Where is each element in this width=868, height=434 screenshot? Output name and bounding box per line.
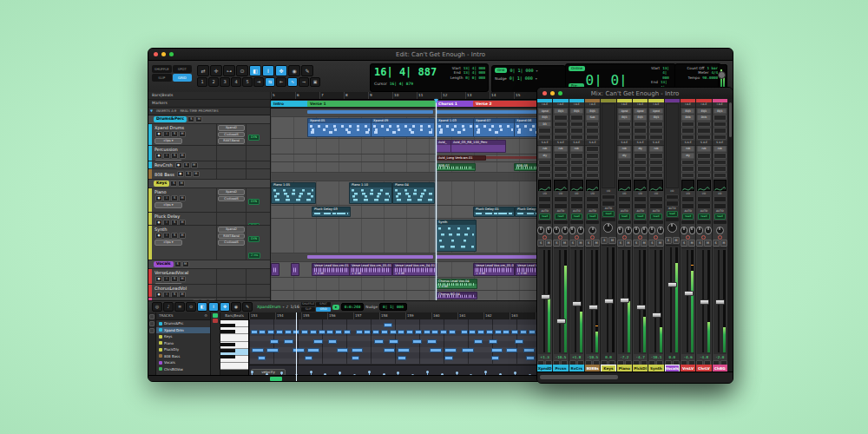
send-slot-empty[interactable]: [570, 166, 583, 172]
playhead-cursor[interactable]: [436, 99, 437, 300]
input-path-selector[interactable]: [586, 196, 599, 202]
midi-note[interactable]: [406, 330, 413, 334]
midi-edge-button[interactable]: [149, 321, 155, 326]
midi-note[interactable]: [335, 330, 342, 334]
track-header-revcrsh[interactable]: RevCrsh●SM: [148, 161, 270, 169]
clip[interactable]: [486, 156, 542, 159]
track-header-verseleadvocal[interactable]: VerseLeadVocal●ISMwave ▾: [148, 269, 270, 285]
insert-slot-d3[interactable]: D3: [538, 122, 551, 128]
piano-key-black[interactable]: [220, 330, 235, 333]
midi-note[interactable]: [486, 330, 493, 334]
midi-note[interactable]: [495, 330, 502, 334]
record-enable-button[interactable]: ●: [155, 220, 162, 225]
eq-curve-display[interactable]: [538, 180, 551, 191]
automation-mode[interactable]: read: [698, 214, 709, 220]
track-header-piano[interactable]: Piano●ISMclips ▾Xpand2CivilizedSDYNDLYsw…: [148, 188, 270, 213]
trim-tool[interactable]: ◧: [197, 302, 207, 312]
insert-slot-xpnd[interactable]: Xpnd: [649, 108, 662, 115]
midi-mode-shuffle[interactable]: SHUFFLE: [301, 302, 316, 306]
midi-track-selector[interactable]: XpandDrum: [257, 305, 281, 309]
insert-slot-empty[interactable]: [554, 115, 567, 121]
solo-button[interactable]: S: [537, 240, 544, 247]
pan-knob[interactable]: [716, 227, 724, 234]
send-slot-empty[interactable]: [713, 160, 727, 166]
insert-slot-empty[interactable]: [554, 135, 567, 141]
fader-area[interactable]: [634, 247, 647, 354]
insert-slot-eq3[interactable]: EQ3: [697, 108, 710, 115]
send-slot-rvb[interactable]: rvb: [554, 146, 567, 152]
note-value[interactable]: 1/16: [290, 305, 299, 309]
pan-tool[interactable]: ✛: [210, 65, 222, 76]
midi-note[interactable]: [266, 348, 278, 352]
pan-knob[interactable]: [689, 227, 696, 234]
midi-note[interactable]: [364, 330, 371, 334]
clip-piano-1-05[interactable]: Piano 1-05: [271, 182, 316, 204]
insert-slot-empty[interactable]: [681, 135, 694, 141]
insert-slot-empty[interactable]: [538, 128, 551, 134]
midi-note[interactable]: [477, 330, 484, 334]
pan-knob[interactable]: [617, 227, 624, 234]
record-enable-button[interactable]: ●: [155, 276, 162, 282]
send-slot-dly[interactable]: dly: [634, 146, 647, 152]
solo-button[interactable]: S: [171, 153, 178, 159]
fader-area[interactable]: [697, 247, 710, 354]
fader-cap[interactable]: [715, 299, 725, 305]
automation-mode[interactable]: read: [555, 214, 566, 220]
insert-slot-dvb[interactable]: DVb: [697, 115, 710, 121]
grid-dropdown-icon[interactable]: ▾: [536, 69, 538, 73]
midi-note[interactable]: [313, 339, 323, 344]
send-slot-empty[interactable]: [538, 166, 551, 172]
automation-mode[interactable]: read: [682, 214, 694, 220]
send-slot-empty[interactable]: [681, 173, 694, 179]
prepost-pill-online[interactable]: Online: [569, 66, 585, 71]
insert-plugin[interactable]: CivilizedS: [218, 132, 245, 138]
mixer-vertical-scrollbar[interactable]: [728, 99, 733, 372]
trim-tool[interactable]: ◧: [249, 65, 261, 76]
fader-area[interactable]: [666, 245, 679, 354]
send-slot-empty[interactable]: [634, 166, 647, 172]
input-path-selector[interactable]: [681, 196, 694, 202]
automation-mode[interactable]: read: [714, 214, 726, 220]
midi-note[interactable]: [258, 356, 266, 360]
send-slot-empty[interactable]: [649, 153, 662, 159]
midi-note[interactable]: [430, 348, 441, 352]
midi-lane-rec-chip[interactable]: [213, 319, 218, 323]
send-slot-empty[interactable]: [713, 166, 727, 172]
output-path-selector[interactable]: [649, 203, 662, 209]
mute-button[interactable]: M: [625, 240, 632, 247]
midi-note[interactable]: [398, 330, 404, 334]
midi-track-item-chrsbgvox[interactable]: ChrsBGVox: [156, 366, 210, 373]
fader-cap[interactable]: [620, 298, 629, 303]
note-value-icon[interactable]: ♪: [286, 305, 289, 309]
group-assignment-bar[interactable]: [570, 220, 583, 224]
automation-mode[interactable]: read: [667, 211, 678, 217]
record-enable-button[interactable]: ●: [155, 153, 162, 159]
zoom-preset-5[interactable]: 5: [242, 77, 253, 87]
insert-slot-empty[interactable]: [586, 128, 599, 134]
rtp-chip[interactable]: DYN: [248, 135, 260, 141]
insert-slot-empty[interactable]: [634, 135, 647, 141]
midi-note[interactable]: [511, 330, 518, 334]
input-monitor-button[interactable]: I: [163, 131, 170, 137]
midi-note[interactable]: [515, 339, 524, 344]
midi-note[interactable]: [305, 356, 312, 360]
send-slot-empty[interactable]: [570, 173, 583, 179]
insert-plugin[interactable]: Xpand2: [218, 125, 245, 131]
midi-note[interactable]: [374, 339, 384, 344]
insert-slot-empty[interactable]: [713, 135, 727, 141]
solo-button[interactable]: S: [171, 195, 178, 201]
output-path-selector[interactable]: [602, 194, 615, 201]
insert-slot-empty[interactable]: [681, 128, 694, 134]
toolbar-options-gear-icon[interactable]: [718, 71, 726, 79]
midi-note[interactable]: [252, 348, 263, 352]
automation-mode[interactable]: read: [635, 214, 646, 220]
midi-track-item-xpand-drm[interactable]: Xpand Drm: [156, 327, 210, 334]
input-path-selector[interactable]: [538, 196, 551, 202]
midi-note[interactable]: [319, 330, 326, 334]
send-slot-rvb[interactable]: rvb: [697, 146, 710, 152]
automation-mode[interactable]: read: [619, 214, 630, 220]
send-slot-empty[interactable]: [586, 153, 599, 159]
output-path-selector[interactable]: [618, 203, 631, 209]
input-monitor-button[interactable]: I: [163, 153, 170, 159]
send-slot-empty[interactable]: [586, 146, 599, 152]
